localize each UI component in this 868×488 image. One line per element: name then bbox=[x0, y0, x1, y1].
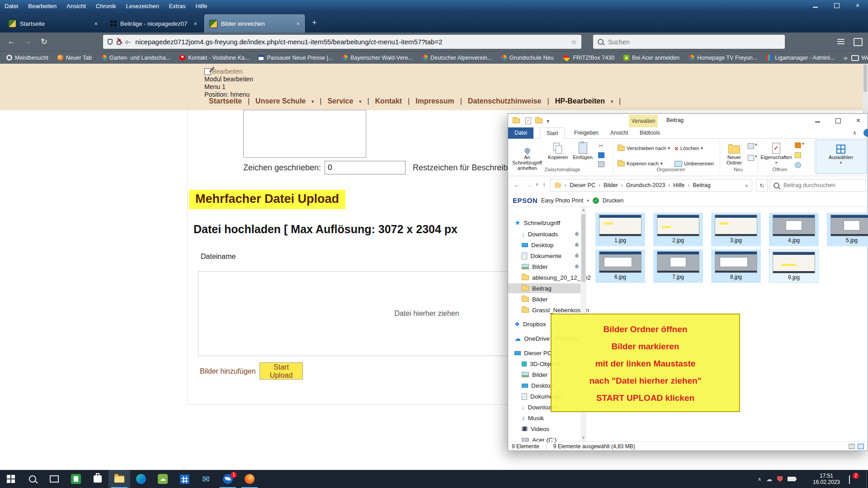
sidebar-item-bilder[interactable]: Bilder bbox=[522, 262, 579, 272]
back-button[interactable]: ← bbox=[514, 181, 520, 188]
help-icon[interactable] bbox=[863, 129, 868, 137]
taskbar-clock[interactable]: 17:51 16.02.2023 bbox=[808, 473, 844, 485]
bookmark-alpenverein[interactable]: Deutscher Alpenverein... bbox=[422, 55, 492, 61]
up-button[interactable]: ↑ bbox=[542, 181, 546, 188]
file-item-7[interactable]: 7.jpg bbox=[653, 249, 703, 283]
bookmark-neuer-tab[interactable]: Neuer Tab bbox=[57, 55, 92, 61]
search-bar[interactable] bbox=[593, 35, 785, 49]
address-dropdown-icon[interactable]: ∨ bbox=[745, 183, 748, 188]
taskbar-onenote[interactable] bbox=[65, 470, 87, 488]
taskbar-cloud-app[interactable]: ☁ bbox=[152, 470, 174, 488]
file-item-9[interactable]: 9.jpg bbox=[769, 249, 819, 283]
manage-contextual-tab[interactable]: Verwalten bbox=[629, 115, 658, 127]
sidebar-icon[interactable] bbox=[854, 38, 863, 46]
properties-qat-icon[interactable]: ✓ bbox=[525, 117, 531, 124]
more-bookmarks-button[interactable]: Weitere Lesezeichen bbox=[851, 55, 868, 61]
forward-button[interactable]: → bbox=[24, 37, 32, 46]
window-close-button[interactable]: × bbox=[850, 2, 865, 9]
crumb-beitrag[interactable]: Beitrag bbox=[693, 182, 711, 188]
edit-link[interactable]: Bearbeiten bbox=[204, 68, 253, 75]
action-center-button[interactable]: 2 bbox=[849, 476, 850, 484]
sidebar-item-musik[interactable]: ♪ Musik bbox=[522, 413, 544, 423]
menu-ansicht[interactable]: Ansicht bbox=[66, 3, 86, 9]
security-shield-icon[interactable] bbox=[777, 476, 783, 482]
ribbon-tab-start[interactable]: Start bbox=[540, 127, 565, 140]
bookmark-bayerischer-wald[interactable]: Bayerischer Wald-Vere... bbox=[342, 55, 413, 61]
taskbar-calendar[interactable] bbox=[174, 470, 195, 488]
task-view-button[interactable] bbox=[43, 470, 65, 488]
nav-datenschutz[interactable]: Datenschutzhinweise bbox=[468, 97, 542, 105]
taskbar-thunderbird[interactable]: 1 bbox=[217, 470, 239, 488]
file-item-1[interactable]: 1.jpg bbox=[595, 213, 645, 246]
bookmark-pnp[interactable]: Passauer Neue Presse |... bbox=[258, 55, 333, 61]
bookmark-homepage-tv[interactable]: Homepage TV Freyun... bbox=[689, 55, 757, 61]
explorer-close-button[interactable]: × bbox=[848, 114, 868, 127]
sidebar-item-desktop[interactable]: Desktop bbox=[522, 240, 579, 250]
edit-icon[interactable] bbox=[795, 152, 801, 158]
sidebar-item-dieser-pc[interactable]: Dieser PC bbox=[514, 348, 552, 358]
show-desktop-button[interactable] bbox=[866, 470, 867, 488]
bookmark-ligamanager[interactable]: Ligamanager - Admini... bbox=[766, 55, 835, 61]
bookmarks-overflow-button[interactable]: » bbox=[844, 54, 847, 61]
drucken-button[interactable]: Drucken bbox=[603, 197, 624, 204]
ribbon-tab-freigeben[interactable]: Freigeben bbox=[568, 127, 605, 139]
file-item-8[interactable]: 8.jpg bbox=[711, 249, 761, 283]
nav-impressum[interactable]: Impressum bbox=[415, 97, 454, 105]
menu-bearbeiten[interactable]: Bearbeiten bbox=[28, 3, 57, 9]
explorer-search-box[interactable] bbox=[769, 179, 866, 192]
window-minimize-button[interactable] bbox=[807, 2, 823, 9]
copy-path-icon[interactable] bbox=[598, 152, 604, 158]
file-item-5[interactable]: 5.jpg bbox=[827, 213, 868, 246]
sidebar-item-pc-bilder[interactable]: Bilder bbox=[522, 370, 548, 380]
tray-expand-icon[interactable]: ∧ bbox=[758, 476, 761, 482]
move-to-button[interactable]: Verschieben nach ▾ bbox=[618, 143, 670, 153]
start-upload-button[interactable]: Start Upload bbox=[259, 362, 303, 380]
history-icon[interactable] bbox=[795, 162, 801, 168]
sidebar-item-pc-desktop[interactable]: Desktop bbox=[522, 380, 554, 390]
url-input[interactable] bbox=[134, 38, 566, 46]
ribbon-tab-ansicht[interactable]: Ansicht bbox=[604, 127, 634, 139]
recent-locations-icon[interactable]: ∨ bbox=[535, 182, 538, 187]
window-restore-button[interactable] bbox=[829, 2, 844, 9]
ribbon-tab-datei[interactable]: Datei bbox=[508, 127, 533, 139]
pin-to-quick-access-button[interactable]: An Schnellzugriff anheften bbox=[511, 140, 543, 171]
bookmark-fritzbox[interactable]: FRITZ!Box 7430 bbox=[562, 55, 614, 61]
nav-kontakt[interactable]: Kontakt bbox=[375, 97, 402, 105]
bookmark-grundschule[interactable]: Grundschule Neu bbox=[501, 55, 553, 61]
menu-extras[interactable]: Extras bbox=[169, 3, 186, 9]
new-folder-qat-icon[interactable] bbox=[535, 118, 542, 123]
permissions-icon[interactable]: o– bbox=[125, 39, 130, 45]
menu-datei[interactable]: Datei bbox=[5, 3, 18, 9]
properties-button[interactable]: ✓ Eigenschaften ▾ bbox=[760, 140, 792, 165]
paste-shortcut-icon[interactable] bbox=[598, 161, 604, 167]
tab-bilder-einreichen[interactable]: Bilder einreichen × bbox=[204, 14, 305, 33]
crumb-grundsch-2023[interactable]: Grundsch-2023 bbox=[626, 182, 665, 188]
tab-beitraege[interactable]: Beiträge - nicepagedez0712jom × bbox=[106, 14, 202, 33]
sidebar-item-dokumente[interactable]: Dokumente bbox=[522, 251, 579, 261]
scrollbar-thumb[interactable] bbox=[581, 214, 585, 282]
file-item-3[interactable]: 3.jpg bbox=[711, 213, 761, 246]
easy-access-icon[interactable] bbox=[748, 155, 754, 161]
taskbar-search-button[interactable] bbox=[22, 470, 43, 488]
paste-button[interactable]: Einfügen bbox=[571, 140, 595, 160]
new-tab-button[interactable]: + bbox=[312, 18, 317, 28]
search-input[interactable] bbox=[607, 38, 780, 46]
qat-customize-icon[interactable]: ▾ bbox=[547, 118, 549, 124]
easy-photo-print-button[interactable]: Easy Photo Print bbox=[541, 197, 583, 204]
sidebar-item-bilder-folder[interactable]: Bilder bbox=[522, 294, 548, 304]
select-all-button[interactable]: Auswählen ▾ bbox=[825, 140, 857, 165]
tab-close-icon[interactable]: × bbox=[193, 20, 197, 27]
onedrive-tray-icon[interactable]: ☁ bbox=[766, 476, 772, 483]
taskbar-firefox[interactable] bbox=[239, 470, 260, 488]
refresh-button[interactable]: ↻ bbox=[756, 179, 768, 192]
taskbar-store[interactable] bbox=[87, 470, 108, 488]
new-folder-button[interactable]: Neuer Ordner bbox=[722, 140, 746, 165]
explorer-minimize-button[interactable] bbox=[807, 114, 828, 127]
crumb-dieser-pc[interactable]: Dieser PC bbox=[570, 182, 595, 188]
scroll-up-icon[interactable]: ∧ bbox=[580, 208, 586, 212]
forward-button[interactable]: → bbox=[525, 181, 532, 188]
taskbar-mail[interactable]: ✉ bbox=[195, 470, 217, 488]
crumb-bilder[interactable]: Bilder bbox=[604, 182, 618, 188]
sidebar-item-dropbox[interactable]: ❖ Dropbox bbox=[514, 319, 546, 329]
menu-lesezeichen[interactable]: Lesezeichen bbox=[126, 3, 159, 9]
